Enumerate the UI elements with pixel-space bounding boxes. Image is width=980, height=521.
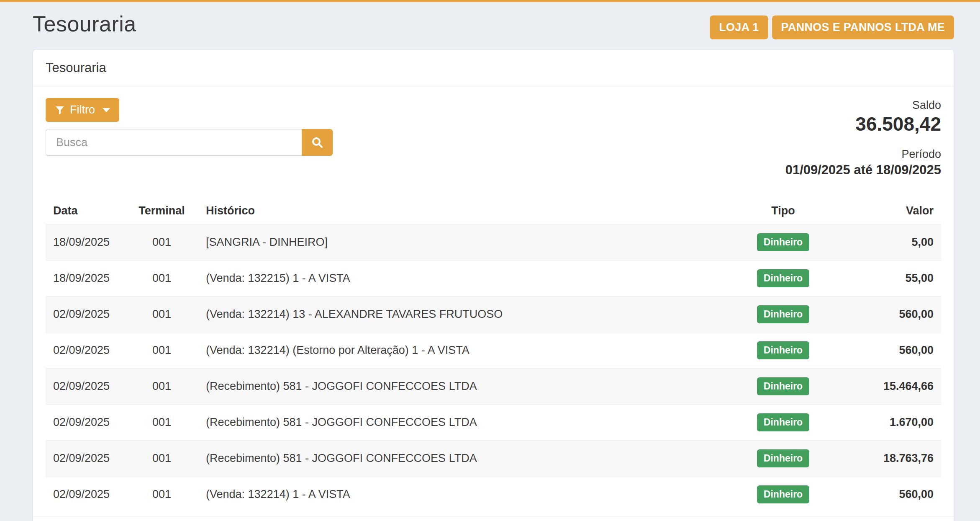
search-group xyxy=(46,129,333,156)
cell-terminal: 001 xyxy=(125,333,198,369)
tipo-badge: Dinheiro xyxy=(757,269,809,287)
cell-terminal: 001 xyxy=(125,260,198,297)
cell-terminal: 001 xyxy=(125,224,198,260)
card-title: Tesouraria xyxy=(33,50,954,86)
tipo-badge: Dinheiro xyxy=(757,449,809,467)
cell-historico: (Recebimento) 581 - JOGGOFI CONFECCOES L… xyxy=(198,405,742,441)
periodo-label: Período xyxy=(785,148,941,161)
cell-terminal: 001 xyxy=(125,297,198,333)
page-title: Tesouraria xyxy=(33,11,136,36)
cell-valor: 560,00 xyxy=(824,333,941,369)
filter-dropdown-button[interactable]: Filtro xyxy=(46,98,119,122)
cell-data: 18/09/2025 xyxy=(46,224,125,260)
cell-tipo: Dinheiro xyxy=(742,224,824,260)
periodo-value: 01/09/2025 até 18/09/2025 xyxy=(785,162,941,178)
table-row: 18/09/2025001[SANGRIA - DINHEIRO]Dinheir… xyxy=(46,224,941,260)
search-input[interactable] xyxy=(46,129,302,156)
table-header-row: Data Terminal Histórico Tipo Valor xyxy=(46,198,941,224)
cell-valor: 18.763,76 xyxy=(824,441,941,477)
cell-tipo: Dinheiro xyxy=(742,477,824,513)
cell-data: 02/09/2025 xyxy=(46,441,125,477)
cell-terminal: 001 xyxy=(125,405,198,441)
cell-data: 02/09/2025 xyxy=(46,297,125,333)
cell-historico: (Venda: 132214) 1 - A VISTA xyxy=(198,477,742,513)
caret-down-icon xyxy=(103,108,110,112)
filter-funnel-icon xyxy=(55,105,65,115)
table-row: 02/09/2025001(Venda: 132214) 13 - ALEXAN… xyxy=(46,297,941,333)
saldo-label: Saldo xyxy=(785,99,941,112)
cell-historico: [SANGRIA - DINHEIRO] xyxy=(198,224,742,260)
table-row: 02/09/2025001(Recebimento) 581 - JOGGOFI… xyxy=(46,441,941,477)
tesouraria-card: Tesouraria Filtro xyxy=(33,49,954,521)
search-button[interactable] xyxy=(302,129,333,156)
cell-data: 02/09/2025 xyxy=(46,477,125,513)
summary-block: Saldo 36.508,42 Período 01/09/2025 até 1… xyxy=(785,98,941,178)
page-header: Tesouraria LOJA 1 PANNOS E PANNOS LTDA M… xyxy=(0,2,980,49)
col-header-data: Data xyxy=(46,198,125,224)
cell-data: 18/09/2025 xyxy=(46,260,125,297)
table-row: 02/09/2025001(Recebimento) 581 - JOGGOFI… xyxy=(46,405,941,441)
saldo-value: 36.508,42 xyxy=(785,113,941,135)
cell-terminal: 001 xyxy=(125,477,198,513)
transactions-table: Data Terminal Histórico Tipo Valor 18/09… xyxy=(46,198,941,512)
cell-terminal: 001 xyxy=(125,369,198,405)
table-row: 02/09/2025001(Venda: 132214) (Estorno po… xyxy=(46,333,941,369)
filter-label: Filtro xyxy=(70,103,95,116)
tipo-badge: Dinheiro xyxy=(757,233,809,251)
cell-terminal: 001 xyxy=(125,441,198,477)
search-icon xyxy=(311,136,323,149)
cell-tipo: Dinheiro xyxy=(742,369,824,405)
col-header-tipo: Tipo xyxy=(742,198,824,224)
cell-historico: (Venda: 132214) 13 - ALEXANDRE TAVARES F… xyxy=(198,297,742,333)
cell-historico: (Recebimento) 581 - JOGGOFI CONFECCOES L… xyxy=(198,441,742,477)
filter-search-column: Filtro xyxy=(46,98,333,156)
cell-valor: 560,00 xyxy=(824,477,941,513)
card-body: Filtro Saldo 36.508,42 Período xyxy=(33,86,954,516)
table-row: 18/09/2025001(Venda: 132215) 1 - A VISTA… xyxy=(46,260,941,297)
cell-tipo: Dinheiro xyxy=(742,260,824,297)
company-button[interactable]: PANNOS E PANNOS LTDA ME xyxy=(772,15,954,39)
tipo-badge: Dinheiro xyxy=(757,341,809,359)
table-total: Total - 8 encontrado(s) xyxy=(33,516,954,521)
cell-valor: 55,00 xyxy=(824,260,941,297)
cell-valor: 5,00 xyxy=(824,224,941,260)
cell-historico: (Venda: 132214) (Estorno por Alteração) … xyxy=(198,333,742,369)
tipo-badge: Dinheiro xyxy=(757,413,809,431)
store-button[interactable]: LOJA 1 xyxy=(710,15,768,39)
table-row: 02/09/2025001(Recebimento) 581 - JOGGOFI… xyxy=(46,369,941,405)
col-header-historico: Histórico xyxy=(198,198,742,224)
cell-historico: (Recebimento) 581 - JOGGOFI CONFECCOES L… xyxy=(198,369,742,405)
col-header-valor: Valor xyxy=(824,198,941,224)
cell-tipo: Dinheiro xyxy=(742,297,824,333)
cell-data: 02/09/2025 xyxy=(46,405,125,441)
cell-data: 02/09/2025 xyxy=(46,333,125,369)
filter-row: Filtro Saldo 36.508,42 Período xyxy=(46,98,941,178)
cell-valor: 560,00 xyxy=(824,297,941,333)
tipo-badge: Dinheiro xyxy=(757,377,809,395)
cell-historico: (Venda: 132215) 1 - A VISTA xyxy=(198,260,742,297)
cell-valor: 1.670,00 xyxy=(824,405,941,441)
table-row: 02/09/2025001(Venda: 132214) 1 - A VISTA… xyxy=(46,477,941,513)
cell-tipo: Dinheiro xyxy=(742,405,824,441)
cell-tipo: Dinheiro xyxy=(742,333,824,369)
col-header-terminal: Terminal xyxy=(125,198,198,224)
cell-tipo: Dinheiro xyxy=(742,441,824,477)
tipo-badge: Dinheiro xyxy=(757,485,809,503)
header-buttons: LOJA 1 PANNOS E PANNOS LTDA ME xyxy=(710,15,954,39)
tipo-badge: Dinheiro xyxy=(757,305,809,323)
cell-valor: 15.464,66 xyxy=(824,369,941,405)
cell-data: 02/09/2025 xyxy=(46,369,125,405)
